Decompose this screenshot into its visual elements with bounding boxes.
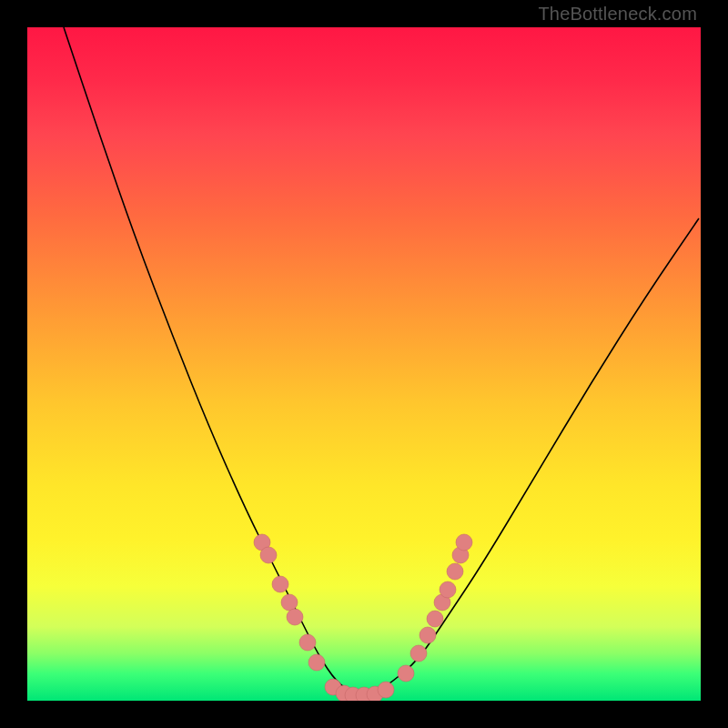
chart-svg [27, 27, 701, 701]
curve-marker [440, 581, 456, 598]
curve-marker [378, 682, 394, 698]
curve-marker [272, 576, 288, 592]
curve-marker [427, 611, 443, 627]
curve-marker [420, 627, 436, 643]
curve-markers [254, 534, 472, 701]
chart-frame: TheBottleneck.com [0, 0, 728, 728]
bottleneck-curve [64, 27, 699, 694]
curve-marker [456, 534, 472, 551]
curve-marker [410, 645, 427, 662]
watermark-text: TheBottleneck.com [538, 4, 697, 25]
curve-marker [260, 547, 277, 563]
plot-area [27, 27, 701, 701]
curve-marker [308, 654, 325, 671]
curve-marker [398, 665, 414, 682]
curve-marker [281, 594, 298, 611]
curve-marker [287, 609, 303, 625]
curve-marker [299, 634, 316, 651]
curve-marker [447, 563, 463, 580]
